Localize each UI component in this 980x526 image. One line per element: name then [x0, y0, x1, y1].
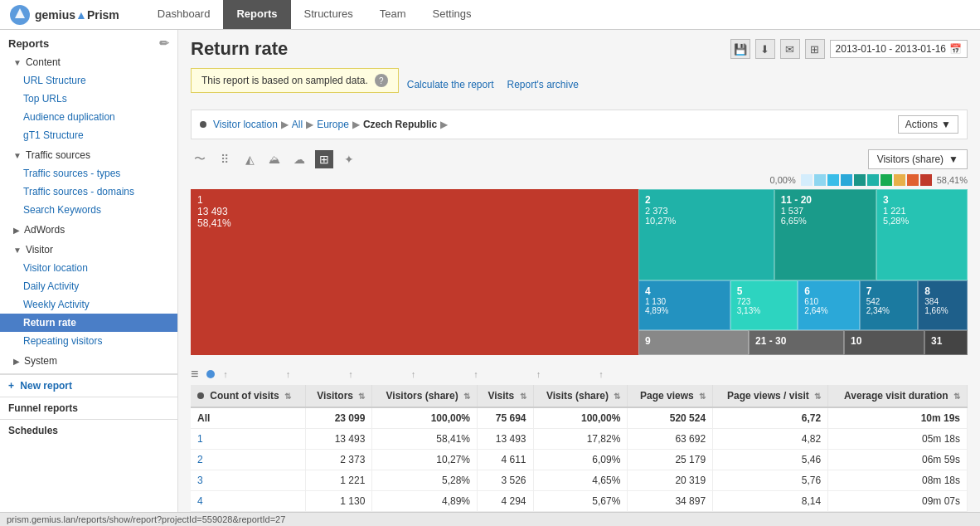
sidebar-item-visitor-location[interactable]: Visitor location — [0, 259, 177, 277]
treemap-cell-7[interactable]: 7 542 2,34% — [860, 280, 919, 330]
table-view-icon[interactable]: ≡ — [191, 367, 198, 382]
sidebar-item-audience-duplication[interactable]: Audience duplication — [0, 108, 177, 126]
col-visits-share[interactable]: Visits (share) ⇅ — [533, 385, 628, 407]
bar-chart-icon[interactable]: ⠿ — [216, 150, 234, 168]
nav-dashboard[interactable]: Dashboard — [144, 0, 224, 29]
sort-arrow-2[interactable]: ↑ — [286, 369, 291, 379]
breadcrumb-europe[interactable]: Europe — [317, 119, 349, 130]
reports-archive-link[interactable]: Report's archive — [507, 79, 579, 90]
sidebar-group-content-label[interactable]: ▼ Content — [0, 53, 177, 71]
funnel-reports-button[interactable]: Funnel reports — [0, 397, 177, 419]
nav-reports[interactable]: Reports — [223, 0, 290, 29]
sort-arrow-7[interactable]: ↑ — [599, 369, 604, 379]
treemap-cell-3[interactable]: 3 1 221 5,28% — [876, 189, 968, 280]
sort-icon-avg-duration[interactable]: ⇅ — [953, 392, 960, 401]
sidebar-item-return-rate[interactable]: Return rate — [0, 314, 177, 332]
sort-arrow-1[interactable]: ↑ — [223, 369, 228, 379]
col-page-views[interactable]: Page views ⇅ — [628, 385, 713, 407]
nav-structures[interactable]: Structures — [291, 0, 366, 29]
treemap-cell-2[interactable]: 2 2 373 10,27% — [638, 189, 774, 280]
breadcrumb-all[interactable]: All — [292, 119, 303, 130]
sidebar-group-system-label[interactable]: ▶ System — [0, 352, 177, 370]
sort-icon-visits[interactable]: ⇅ — [520, 392, 526, 401]
new-report-button[interactable]: + New report — [0, 374, 177, 397]
date-range-picker[interactable]: 2013-01-10 - 2013-01-16 📅 — [830, 40, 968, 58]
cloud-icon[interactable]: ☁ — [290, 150, 308, 168]
col-avg-duration[interactable]: Average visit duration ⇅ — [828, 385, 968, 407]
sort-arrow-6[interactable]: ↑ — [536, 369, 541, 379]
save-icon-button[interactable]: 💾 — [730, 39, 750, 59]
col-visits[interactable]: Visits ⇅ — [478, 385, 534, 407]
treemap-cell-4[interactable]: 4 1 130 4,89% — [638, 280, 730, 330]
legend-box-7 — [881, 174, 892, 186]
line-chart-icon[interactable]: 〜 — [191, 150, 209, 168]
settings-chart-icon[interactable]: ✦ — [340, 150, 358, 168]
sort-icon-visits-share[interactable]: ⇅ — [614, 392, 620, 401]
cell-pageviews-3: 20 319 — [628, 470, 713, 491]
sort-icon-count[interactable]: ⇅ — [284, 392, 291, 401]
download-icon-button[interactable]: ⬇ — [755, 39, 775, 59]
calculate-report-link[interactable]: Calculate the report — [407, 79, 494, 90]
sidebar-item-traffic-sources-types[interactable]: Traffic sources - types — [0, 164, 177, 183]
col-visitors-share[interactable]: Visitors (share) ⇅ — [372, 385, 478, 407]
sidebar-item-daily-activity[interactable]: Daily Activity — [0, 277, 177, 295]
cell-count-2[interactable]: 2 — [191, 450, 305, 470]
cell-avg-duration-2: 06m 59s — [828, 450, 968, 470]
treemap-cell-1[interactable]: 1 13 493 58,41% — [191, 189, 638, 355]
treemap-cell-31[interactable]: 31 — [924, 330, 968, 355]
table-controls: ≡ ↑ ↑ ↑ ↑ ↑ ↑ ↑ — [191, 363, 968, 385]
sidebar-item-gt1-structure[interactable]: gT1 Structure — [0, 126, 177, 144]
cell-visitors-share-2: 10,27% — [372, 450, 478, 470]
actions-button[interactable]: Actions ▼ — [898, 115, 958, 134]
sort-arrow-4[interactable]: ↑ — [411, 369, 416, 379]
sidebar-group-adwords-label[interactable]: ▶ AdWords — [0, 221, 177, 239]
email-icon-button[interactable]: ✉ — [780, 39, 800, 59]
cell-visitors-4: 1 130 — [305, 491, 371, 512]
col-visitors[interactable]: Visitors ⇅ — [305, 385, 371, 407]
cell-visitors-1: 13 493 — [305, 429, 371, 450]
sort-icon-visitors[interactable]: ⇅ — [358, 392, 365, 401]
treemap-cell-11-20[interactable]: 11 - 20 1 537 6,65% — [774, 189, 876, 280]
nav-settings[interactable]: Settings — [420, 0, 485, 29]
schedules-button[interactable]: Schedules — [0, 419, 177, 441]
sidebar-item-repeating-visitors[interactable]: Repeating visitors — [0, 332, 177, 350]
col-pv-visit[interactable]: Page views / visit ⇅ — [713, 385, 828, 407]
cell-count-4[interactable]: 4 — [191, 491, 305, 512]
treemap-cell-10[interactable]: 10 — [844, 330, 924, 355]
nav-team[interactable]: Team — [366, 0, 420, 29]
sort-icon-visitors-share[interactable]: ⇅ — [463, 392, 470, 401]
cell-pageviews-all: 520 524 — [628, 407, 713, 429]
sidebar-group-traffic-label[interactable]: ▼ Traffic sources — [0, 146, 177, 164]
cell-count-1[interactable]: 1 — [191, 429, 305, 450]
table-row: 2 2 373 10,27% 4 611 6,09% 25 179 5,46 0… — [191, 450, 968, 470]
treemap-cell-21-30[interactable]: 21 - 30 — [749, 330, 844, 355]
cell-count-3[interactable]: 3 — [191, 470, 305, 491]
sidebar-item-weekly-activity[interactable]: Weekly Activity — [0, 295, 177, 314]
edit-icon[interactable]: ✏ — [159, 37, 169, 50]
visitors-dropdown[interactable]: Visitors (share) ▼ — [868, 149, 968, 169]
sidebar-item-search-keywords[interactable]: Search Keywords — [0, 201, 177, 219]
question-badge[interactable]: ? — [375, 74, 388, 87]
sidebar-item-traffic-sources-domains[interactable]: Traffic sources - domains — [0, 183, 177, 201]
breadcrumb-czech-republic[interactable]: Czech Republic — [363, 119, 437, 130]
sort-icon-page-views[interactable]: ⇅ — [699, 392, 706, 401]
treemap-cell-5[interactable]: 5 723 3,13% — [730, 280, 798, 330]
sort-arrow-3[interactable]: ↑ — [348, 369, 353, 379]
sort-icon-pv-visit[interactable]: ⇅ — [814, 392, 821, 401]
cell-visitors-all: 23 099 — [305, 407, 371, 429]
stacked-chart-icon[interactable]: ⛰ — [265, 150, 284, 168]
treemap-cell-6[interactable]: 6 610 2,64% — [798, 280, 859, 330]
treemap-icon[interactable]: ⊞ — [315, 150, 333, 168]
treemap-cell-9[interactable]: 9 — [638, 330, 749, 355]
area-chart-icon[interactable]: ◭ — [240, 150, 259, 168]
fullscreen-icon-button[interactable]: ⊞ — [805, 39, 825, 59]
sidebar-item-url-structure[interactable]: URL Structure — [0, 71, 177, 90]
treemap-cell-8[interactable]: 8 384 1,66% — [918, 280, 968, 330]
cell-pageviews-2: 25 179 — [628, 450, 713, 470]
sidebar-item-top-urls[interactable]: Top URLs — [0, 90, 177, 108]
sort-arrow-5[interactable]: ↑ — [473, 369, 478, 379]
col-count-of-visits[interactable]: Count of visits ⇅ — [191, 385, 305, 407]
breadcrumb-visitor-location[interactable]: Visitor location — [213, 119, 278, 130]
sidebar-group-visitor-label[interactable]: ▼ Visitor — [0, 241, 177, 259]
legend-right-label: 58,41% — [937, 175, 968, 185]
